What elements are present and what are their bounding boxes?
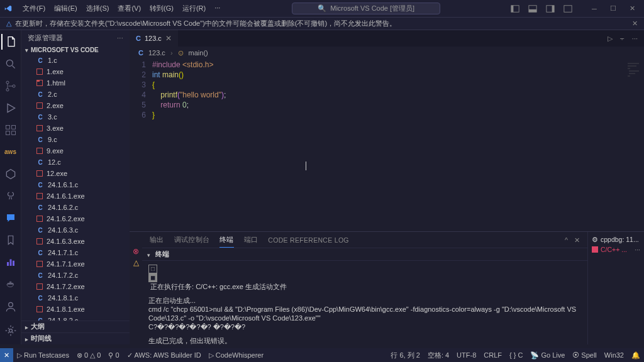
file-item[interactable]: 24.1.7.2.exe bbox=[21, 281, 130, 292]
file-item[interactable]: C24.1.6.3.c bbox=[21, 224, 130, 236]
panel-tab[interactable]: 端口 bbox=[244, 236, 258, 244]
terminal-output[interactable]: □ ◼ 正在执行任务: C/C++: gcc.exe 生成活动文件 正在启动生成… bbox=[142, 261, 587, 344]
remote-indicator[interactable]: ✕ bbox=[0, 348, 13, 362]
panel-tab[interactable]: CODE REFERENCE LOG bbox=[268, 236, 349, 244]
line-number: 5 bbox=[130, 101, 146, 111]
run-testcases-button[interactable]: ▷ Run Testcases bbox=[13, 351, 73, 359]
settings-icon[interactable] bbox=[2, 322, 19, 339]
cursor-position[interactable]: 行 6, 列 2 bbox=[387, 351, 423, 360]
file-item[interactable]: C1.c bbox=[21, 55, 130, 66]
layout-secondary-side-icon[interactable] bbox=[543, 3, 557, 15]
layout-primary-side-icon[interactable] bbox=[508, 3, 522, 15]
bookmark-icon[interactable] bbox=[2, 232, 19, 248]
panel-maximize-icon[interactable]: ^ bbox=[565, 236, 568, 244]
file-name: 24.1.8.1.c bbox=[48, 294, 78, 302]
file-item[interactable]: C24.1.8.1.c bbox=[21, 292, 130, 304]
file-item[interactable]: 24.1.6.1.exe bbox=[21, 190, 130, 202]
more-icon[interactable]: ··· bbox=[635, 246, 640, 253]
language-mode[interactable]: { } C bbox=[506, 351, 526, 360]
close-button[interactable]: ✕ bbox=[623, 2, 641, 16]
breadcrumb[interactable]: C 123.c› ⊙ main() bbox=[130, 47, 644, 59]
warning-close-button[interactable]: ✕ bbox=[630, 19, 640, 28]
file-item[interactable]: 12.exe bbox=[21, 168, 130, 179]
file-item[interactable]: 24.1.6.2.exe bbox=[21, 213, 130, 224]
layout-customize-icon[interactable] bbox=[561, 3, 575, 15]
explorer-icon[interactable] bbox=[1, 34, 19, 50]
platform[interactable]: Win32 bbox=[601, 351, 628, 360]
file-item[interactable]: 24.1.7.1.exe bbox=[21, 258, 130, 270]
minimize-button[interactable]: ─ bbox=[585, 2, 604, 16]
panel-tab[interactable]: 调试控制台 bbox=[174, 236, 210, 244]
indentation[interactable]: 空格: 4 bbox=[424, 351, 453, 360]
menu-item[interactable]: 查看(V) bbox=[114, 3, 145, 14]
file-item[interactable]: C9.c bbox=[21, 134, 130, 145]
layout-panel-icon[interactable] bbox=[526, 3, 540, 15]
ports-indicator[interactable]: ⚲ 0 bbox=[104, 351, 123, 359]
outline-section[interactable]: 大纲 bbox=[21, 321, 130, 332]
eol[interactable]: CRLF bbox=[480, 351, 506, 360]
file-item[interactable]: C2.c bbox=[21, 89, 130, 100]
spell-check[interactable]: ⦿ Spell bbox=[569, 351, 600, 360]
file-item[interactable]: 24.1.8.1.exe bbox=[21, 304, 130, 315]
terminal-side-item[interactable]: C/C++ ...··· bbox=[592, 244, 640, 255]
workspace-folder[interactable]: MICROSOFT VS CODE bbox=[21, 45, 130, 55]
sidebar-more-icon[interactable]: ··· bbox=[117, 34, 123, 41]
aws-icon[interactable]: aws bbox=[2, 144, 19, 160]
file-item[interactable]: C24.1.8.2.c bbox=[21, 315, 130, 321]
panel-tab[interactable]: 终端 bbox=[219, 236, 234, 248]
codewhisperer-status[interactable]: ▷ CodeWhisperer bbox=[205, 351, 267, 359]
comment-icon[interactable] bbox=[2, 210, 19, 226]
line-number: 1 bbox=[130, 60, 146, 70]
menu-item[interactable]: 选择(S) bbox=[82, 3, 113, 14]
file-item[interactable]: C12.c bbox=[21, 156, 130, 168]
search-icon[interactable] bbox=[2, 56, 19, 72]
split-editor-icon[interactable]: ⫟ bbox=[619, 35, 626, 42]
run-button-icon[interactable]: ▷ bbox=[608, 35, 613, 43]
file-item[interactable]: C3.c bbox=[21, 111, 130, 123]
file-item[interactable]: 1.exe bbox=[21, 66, 130, 77]
editor-tab[interactable]: C 123.c ✕ bbox=[130, 30, 179, 47]
svg-rect-14 bbox=[11, 131, 15, 134]
debug-console-icon[interactable] bbox=[2, 166, 19, 182]
aws-status[interactable]: ✓ AWS: AWS Builder ID bbox=[123, 351, 205, 359]
file-item[interactable]: 2.exe bbox=[21, 100, 130, 111]
menu-item[interactable]: ··· bbox=[211, 3, 224, 14]
command-center[interactable]: 🔍 Microsoft VS Code [管理员] bbox=[292, 3, 440, 14]
file-item[interactable]: 9.exe bbox=[21, 145, 130, 156]
timeline-section[interactable]: 时间线 bbox=[21, 332, 130, 344]
panel-tab[interactable]: 输出 bbox=[150, 236, 164, 244]
file-item[interactable]: C24.1.6.1.c bbox=[21, 179, 130, 190]
github-icon[interactable] bbox=[2, 188, 19, 204]
run-debug-icon[interactable] bbox=[2, 100, 19, 116]
menu-item[interactable]: 编辑(E) bbox=[50, 3, 81, 14]
docker-icon[interactable] bbox=[2, 276, 19, 292]
tab-close-icon[interactable]: ✕ bbox=[165, 34, 172, 43]
encoding[interactable]: UTF-8 bbox=[453, 351, 480, 360]
extensions-icon[interactable] bbox=[2, 122, 19, 138]
menu-item[interactable]: 转到(G) bbox=[146, 3, 177, 14]
source-control-icon[interactable] bbox=[2, 78, 19, 94]
file-name: 24.1.6.3.c bbox=[48, 226, 78, 234]
code-editor[interactable]: 123456 #include <stdio.h> int main() { p… bbox=[130, 59, 644, 231]
file-item[interactable]: C24.1.6.2.c bbox=[21, 202, 130, 213]
account-icon[interactable] bbox=[2, 298, 19, 315]
problems-indicator[interactable]: ⊗ 0 △ 0 bbox=[73, 351, 104, 359]
minimap[interactable] bbox=[626, 62, 641, 83]
menu-item[interactable]: 文件(F) bbox=[19, 3, 49, 14]
exe-file-icon bbox=[36, 102, 43, 109]
go-live[interactable]: 📡 Go Live bbox=[526, 351, 569, 360]
menu-item[interactable]: 运行(R) bbox=[179, 3, 209, 14]
file-item[interactable]: 3.exe bbox=[21, 123, 130, 134]
exe-file-icon bbox=[36, 170, 43, 177]
terminal-side-item[interactable]: ⚙cppdbg: 11... bbox=[592, 234, 640, 244]
file-item[interactable]: 24.1.6.3.exe bbox=[21, 236, 130, 247]
file-item[interactable]: C24.1.7.1.c bbox=[21, 247, 130, 258]
panel-close-icon[interactable]: ✕ bbox=[574, 236, 580, 244]
file-item[interactable]: C24.1.7.2.c bbox=[21, 270, 130, 281]
maximize-button[interactable]: ☐ bbox=[604, 2, 623, 16]
chart-icon[interactable] bbox=[2, 254, 19, 270]
file-item[interactable]: 1.html bbox=[21, 77, 130, 89]
more-actions-icon[interactable]: ··· bbox=[632, 35, 638, 42]
notifications[interactable]: 🔔 bbox=[628, 351, 644, 360]
svg-point-8 bbox=[6, 81, 8, 84]
